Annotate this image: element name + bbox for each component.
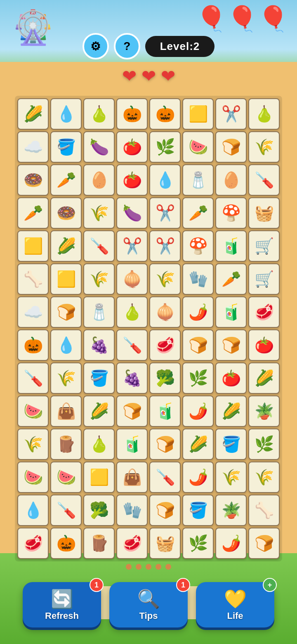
tile-6-4[interactable]: 🧅 — [149, 296, 181, 328]
settings-button[interactable]: ⚙ — [82, 33, 109, 59]
tile-7-0[interactable]: 🎃 — [17, 329, 49, 361]
tile-6-1[interactable]: 🍞 — [50, 296, 82, 328]
tile-6-6[interactable]: 🧃 — [215, 296, 247, 328]
tile-11-3[interactable]: 👜 — [116, 462, 148, 493]
tile-2-2[interactable]: 🥚 — [83, 164, 115, 196]
tile-7-1[interactable]: 💧 — [50, 329, 82, 361]
tile-0-1[interactable]: 💧 — [50, 98, 82, 130]
tile-6-7[interactable]: 🥩 — [248, 296, 280, 328]
tile-6-5[interactable]: 🌶️ — [182, 296, 214, 328]
tile-13-5[interactable]: 🌿 — [182, 528, 214, 559]
tile-9-6[interactable]: 🌽 — [215, 395, 247, 427]
tile-7-5[interactable]: 🍞 — [182, 329, 214, 361]
tile-6-0[interactable]: ☁️ — [17, 296, 49, 328]
tile-10-7[interactable]: 🌿 — [248, 429, 280, 460]
tile-13-7[interactable]: 🍞 — [248, 528, 280, 559]
tile-11-0[interactable]: 🍉 — [17, 462, 49, 493]
tile-1-3[interactable]: 🍅 — [116, 131, 148, 163]
tile-13-0[interactable]: 🥩 — [17, 528, 49, 559]
tile-5-3[interactable]: 🧅 — [116, 263, 148, 295]
refresh-button[interactable]: 1 🔄 Refresh — [23, 582, 101, 627]
tile-7-2[interactable]: 🍇 — [83, 329, 115, 361]
tile-10-6[interactable]: 🪣 — [215, 429, 247, 460]
tile-3-6[interactable]: 🍄 — [215, 197, 247, 229]
tile-12-1[interactable]: 🪛 — [50, 495, 82, 526]
tile-5-4[interactable]: 🌾 — [149, 263, 181, 295]
tile-10-0[interactable]: 🌾 — [17, 429, 49, 460]
tile-3-2[interactable]: 🌾 — [83, 197, 115, 229]
tile-0-2[interactable]: 🍐 — [83, 98, 115, 130]
tile-12-2[interactable]: 🥦 — [83, 495, 115, 526]
tile-4-3[interactable]: ✂️ — [116, 230, 148, 262]
tile-1-6[interactable]: 🍞 — [215, 131, 247, 163]
tile-4-0[interactable]: 🟨 — [17, 230, 49, 262]
tile-5-0[interactable]: 🦴 — [17, 263, 49, 295]
tile-10-2[interactable]: 🍐 — [83, 429, 115, 460]
tile-0-6[interactable]: ✂️ — [215, 98, 247, 130]
tile-13-1[interactable]: 🎃 — [50, 528, 82, 559]
tile-2-1[interactable]: 🥕 — [50, 164, 82, 196]
tile-13-3[interactable]: 🥩 — [116, 528, 148, 559]
tile-3-0[interactable]: 🥕 — [17, 197, 49, 229]
tile-7-7[interactable]: 🍅 — [248, 329, 280, 361]
tile-12-7[interactable]: 🦴 — [248, 495, 280, 526]
tile-13-6[interactable]: 🌶️ — [215, 528, 247, 559]
tile-5-7[interactable]: 🛒 — [248, 263, 280, 295]
life-button[interactable]: + 💛 Life — [196, 582, 274, 627]
tile-5-6[interactable]: 🥕 — [215, 263, 247, 295]
tile-12-5[interactable]: 🪣 — [182, 495, 214, 526]
tile-2-5[interactable]: 🧂 — [182, 164, 214, 196]
tile-8-5[interactable]: 🌿 — [182, 362, 214, 394]
tile-2-4[interactable]: 💧 — [149, 164, 181, 196]
tile-8-3[interactable]: 🍇 — [116, 362, 148, 394]
tile-7-4[interactable]: 🥩 — [149, 329, 181, 361]
tile-9-3[interactable]: 🍞 — [116, 395, 148, 427]
tile-0-3[interactable]: 🎃 — [116, 98, 148, 130]
tile-3-4[interactable]: ✂️ — [149, 197, 181, 229]
tile-12-4[interactable]: 🍞 — [149, 495, 181, 526]
tile-4-1[interactable]: 🌽 — [50, 230, 82, 262]
tile-11-4[interactable]: 🪛 — [149, 462, 181, 493]
tile-13-4[interactable]: 🧺 — [149, 528, 181, 559]
tile-9-1[interactable]: 👜 — [50, 395, 82, 427]
tile-10-3[interactable]: 🧃 — [116, 429, 148, 460]
tile-9-0[interactable]: 🍉 — [17, 395, 49, 427]
tile-8-0[interactable]: 🪛 — [17, 362, 49, 394]
tile-9-2[interactable]: 🌽 — [83, 395, 115, 427]
tile-11-2[interactable]: 🟨 — [83, 462, 115, 493]
tile-12-0[interactable]: 💧 — [17, 495, 49, 526]
tile-1-4[interactable]: 🌿 — [149, 131, 181, 163]
tile-5-2[interactable]: 🌾 — [83, 263, 115, 295]
tile-4-5[interactable]: 🍄 — [182, 230, 214, 262]
tile-1-1[interactable]: 🪣 — [50, 131, 82, 163]
tile-9-4[interactable]: 🧃 — [149, 395, 181, 427]
tile-1-2[interactable]: 🍆 — [83, 131, 115, 163]
tile-9-5[interactable]: 🌶️ — [182, 395, 214, 427]
tile-3-3[interactable]: 🍆 — [116, 197, 148, 229]
tile-1-5[interactable]: 🍉 — [182, 131, 214, 163]
tile-8-2[interactable]: 🪣 — [83, 362, 115, 394]
tile-11-6[interactable]: 🌾 — [215, 462, 247, 493]
tile-8-4[interactable]: 🥦 — [149, 362, 181, 394]
tile-7-3[interactable]: 🪛 — [116, 329, 148, 361]
tile-11-5[interactable]: 🌶️ — [182, 462, 214, 493]
tile-10-4[interactable]: 🍞 — [149, 429, 181, 460]
tile-3-1[interactable]: 🍩 — [50, 197, 82, 229]
tile-8-7[interactable]: 🌽 — [248, 362, 280, 394]
help-button[interactable]: ? — [114, 33, 140, 59]
tile-11-1[interactable]: 🍉 — [50, 462, 82, 493]
tile-8-1[interactable]: 🌾 — [50, 362, 82, 394]
tile-2-7[interactable]: 🪛 — [248, 164, 280, 196]
tile-0-0[interactable]: 🌽 — [17, 98, 49, 130]
tile-2-6[interactable]: 🥚 — [215, 164, 247, 196]
tile-5-5[interactable]: 🧤 — [182, 263, 214, 295]
tile-1-7[interactable]: 🌾 — [248, 131, 280, 163]
tile-12-3[interactable]: 🧤 — [116, 495, 148, 526]
tile-12-6[interactable]: 🪴 — [215, 495, 247, 526]
tile-4-7[interactable]: 🛒 — [248, 230, 280, 262]
tile-11-7[interactable]: 🌾 — [248, 462, 280, 493]
tile-10-1[interactable]: 🪵 — [50, 429, 82, 460]
tile-4-4[interactable]: ✂️ — [149, 230, 181, 262]
tile-13-2[interactable]: 🪵 — [83, 528, 115, 559]
tips-button[interactable]: 1 🔍 Tips — [109, 582, 188, 627]
